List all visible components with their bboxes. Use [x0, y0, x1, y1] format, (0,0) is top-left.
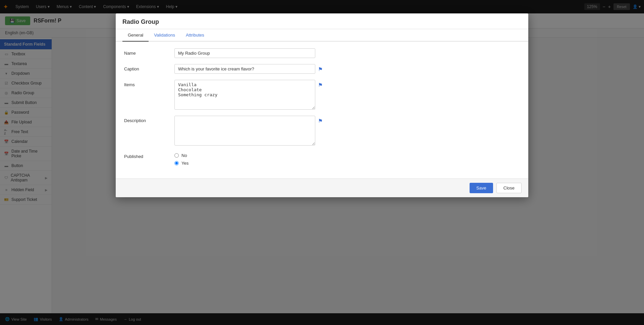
modal-save-button[interactable]: Save — [470, 183, 493, 193]
published-yes-option[interactable]: Yes — [174, 161, 189, 166]
items-flag-icon[interactable]: ⚑ — [318, 80, 323, 88]
description-flag-icon[interactable]: ⚑ — [318, 116, 323, 124]
published-no-radio[interactable] — [174, 153, 179, 158]
published-yes-radio[interactable] — [174, 161, 179, 165]
name-input[interactable] — [174, 48, 315, 58]
caption-row: Caption ⚑ — [124, 64, 520, 74]
modal-footer: Save Close — [116, 178, 528, 197]
published-no-option[interactable]: No — [174, 153, 189, 158]
published-label: Published — [124, 152, 168, 159]
caption-input[interactable] — [174, 64, 315, 74]
items-textarea[interactable]: Vanilla Chocolate Something crazy — [174, 80, 315, 110]
published-control-wrap: No Yes — [174, 152, 520, 166]
modal-title: Radio Group — [122, 18, 159, 25]
modal-close-button[interactable]: Close — [496, 183, 522, 193]
caption-label: Caption — [124, 64, 168, 71]
tab-attributes[interactable]: Attributes — [180, 29, 210, 42]
modal-tabs: General Validations Attributes — [116, 29, 528, 42]
published-row: Published No Yes — [124, 152, 520, 166]
tab-validations[interactable]: Validations — [149, 29, 180, 42]
name-row: Name — [124, 48, 520, 58]
description-control-wrap: ⚑ — [174, 116, 520, 146]
items-control-wrap: Vanilla Chocolate Something crazy ⚑ — [174, 80, 520, 110]
caption-control-wrap: ⚑ — [174, 64, 520, 74]
name-label: Name — [124, 48, 168, 56]
items-label: Items — [124, 80, 168, 87]
caption-flag-icon[interactable]: ⚑ — [318, 64, 323, 72]
modal-header: Radio Group — [116, 13, 528, 29]
name-control-wrap — [174, 48, 520, 58]
items-row: Items Vanilla Chocolate Something crazy … — [124, 80, 520, 110]
description-textarea[interactable] — [174, 116, 315, 146]
published-radio-group: No Yes — [174, 152, 189, 166]
description-label: Description — [124, 116, 168, 123]
description-row: Description ⚑ — [124, 116, 520, 146]
published-yes-label: Yes — [181, 161, 189, 166]
tab-general[interactable]: General — [122, 29, 149, 42]
published-no-label: No — [181, 153, 187, 158]
modal-dialog: Radio Group General Validations Attribut… — [116, 13, 528, 197]
modal-body: Name Caption ⚑ Items Vanilla Chocolate S… — [116, 42, 528, 178]
